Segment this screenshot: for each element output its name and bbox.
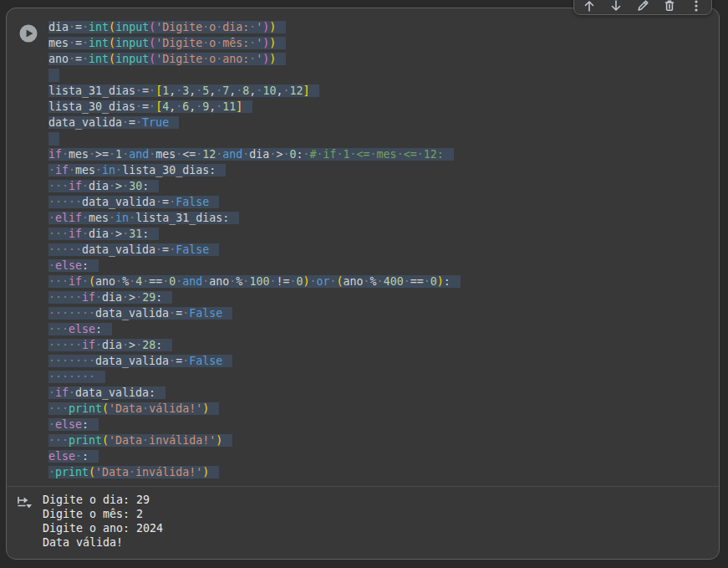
run-cell-button[interactable]: [19, 24, 38, 43]
code-line[interactable]: ·else:: [48, 258, 461, 274]
pencil-icon: [636, 0, 649, 13]
output-icon: [16, 494, 33, 511]
code-line[interactable]: ·····if·dia·>·28:: [48, 337, 461, 353]
code-line[interactable]: lista_31_dias·=·[1,·3,·5,·7,·8,·10,·12]: [48, 83, 461, 99]
code-line[interactable]: [48, 67, 461, 83]
arrow-up-icon: [583, 0, 596, 13]
notebook-page: dia·=·int(input('Digite·o·dia:·'))mes·=·…: [0, 0, 728, 568]
output-line: Digite o dia: 29: [43, 493, 163, 507]
play-icon: [19, 24, 38, 43]
code-line[interactable]: ·····data_valida·=·False: [48, 194, 461, 210]
code-line[interactable]: ·print('Data·inválida!'): [48, 464, 461, 480]
code-line[interactable]: ano·=·int(input('Digite·o·ano:·')): [48, 51, 461, 67]
code-line[interactable]: [48, 130, 461, 146]
code-line[interactable]: ·····if·dia·>·29:: [48, 289, 461, 305]
code-editor[interactable]: dia·=·int(input('Digite·o·dia:·'))mes·=·…: [48, 19, 461, 480]
code-line[interactable]: ·······: [48, 369, 461, 385]
more-vert-icon: [690, 0, 703, 13]
code-line[interactable]: dia·=·int(input('Digite·o·dia:·')): [48, 19, 461, 35]
code-cell: dia·=·int(input('Digite·o·dia:·'))mes·=·…: [6, 8, 720, 560]
output-line: Digite o ano: 2024: [43, 521, 163, 535]
code-line[interactable]: ···print('Data·válida!'): [48, 401, 461, 417]
code-line[interactable]: ···if·dia·>·30:: [48, 178, 461, 194]
output-line: Data válida!: [43, 535, 163, 550]
code-line[interactable]: ·······data_valida·=·False: [48, 353, 461, 369]
code-line[interactable]: ···if·dia·>·31:: [48, 226, 461, 242]
code-line[interactable]: ·······data_valida·=·False: [48, 305, 461, 321]
code-line[interactable]: ·····data_valida·=·False: [48, 242, 461, 258]
code-line[interactable]: ·if·mes·in·lista_30_dias:: [48, 162, 461, 178]
output-area: Digite o dia: 29Digite o mês: 2Digite o …: [43, 493, 163, 550]
code-output-divider: [7, 486, 719, 487]
code-line[interactable]: ·elif·mes·in·lista_31_dias:: [48, 210, 461, 226]
code-line[interactable]: if·mes·>=·1·and·mes·<=·12·and·dia·>·0:·#…: [48, 146, 461, 162]
cell-toolbar: [573, 0, 712, 15]
trash-icon: [663, 0, 676, 13]
code-line[interactable]: ···if·(ano·%·4·==·0·and·ano·%·100·!=·0)·…: [48, 274, 461, 289]
output-line: Digite o mês: 2: [43, 507, 163, 521]
move-cell-down-button[interactable]: [606, 0, 626, 13]
code-line[interactable]: mes·=·int(input('Digite·o·mês:·')): [48, 35, 461, 51]
code-line[interactable]: ···print('Data·inválida!'): [48, 432, 461, 448]
code-line[interactable]: ·if·data_valida:: [48, 385, 461, 401]
code-line[interactable]: else·:: [48, 448, 461, 464]
delete-cell-button[interactable]: [659, 0, 680, 13]
edit-cell-button[interactable]: [633, 0, 653, 13]
arrow-down-icon: [609, 0, 623, 13]
code-line[interactable]: lista_30_dias·=·[4,·6,·9,·11]: [48, 99, 461, 115]
more-actions-button[interactable]: [686, 0, 706, 13]
code-line[interactable]: data_valida·=·True: [48, 115, 461, 130]
move-cell-up-button[interactable]: [579, 0, 599, 13]
code-line[interactable]: ···else:: [48, 321, 461, 337]
code-line[interactable]: ·else:: [48, 417, 461, 432]
